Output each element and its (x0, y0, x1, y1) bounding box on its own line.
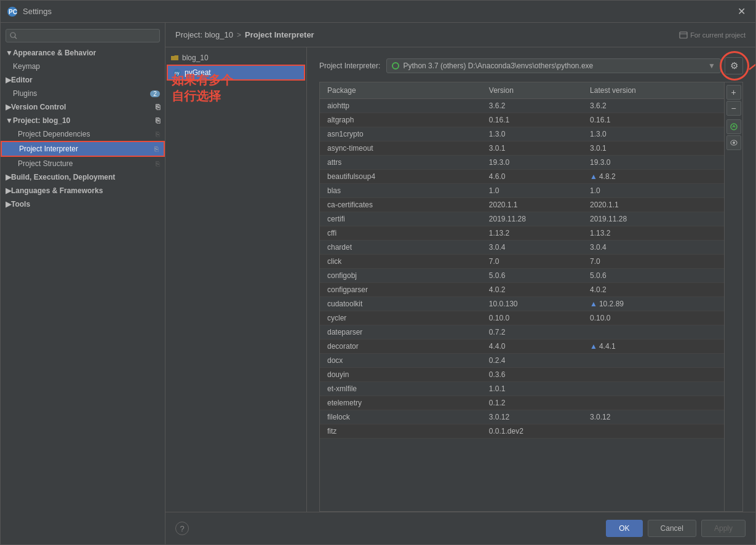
package-version: 4.4.0 (482, 340, 583, 354)
table-row[interactable]: dateparser0.7.2 (320, 325, 724, 340)
help-button[interactable]: ? (175, 522, 189, 535)
sidebar-item-project-blog10[interactable]: ▼ Project: blog_10 ⎘ (1, 114, 165, 127)
table-row[interactable]: cycler0.10.00.10.0 (320, 311, 724, 325)
table-row[interactable]: asn1crypto1.3.01.3.0 (320, 127, 724, 141)
cancel-button[interactable]: Cancel (648, 520, 696, 537)
sidebar-item-version-control[interactable]: ▶ Version Control ⎘ (1, 100, 165, 114)
sidebar-item-languages-frameworks[interactable]: ▶ Languages & Frameworks (1, 184, 165, 197)
package-version: 5.0.6 (482, 269, 583, 283)
table-row[interactable]: filelock3.0.123.0.12 (320, 410, 724, 424)
table-row[interactable]: attrs19.3.019.3.0 (320, 156, 724, 170)
apply-button[interactable]: Apply (701, 520, 746, 537)
sidebar-item-label: Project: blog_10 (13, 116, 70, 125)
package-table-scroll[interactable]: Package Version Latest version aiohttp3.… (320, 82, 724, 511)
table-row[interactable]: blas1.01.0 (320, 184, 724, 198)
tree-item-blog10[interactable]: blog_10 (165, 51, 306, 65)
table-row[interactable]: fitz0.0.1.dev2 (320, 424, 724, 439)
interpreter-dropdown[interactable]: Python 3.7 (others) D:\Anaconda3\envs\ot… (386, 58, 721, 73)
expand-arrow-icon: ▼ (6, 49, 13, 57)
table-row[interactable]: altgraph0.16.10.16.1 (320, 113, 724, 127)
package-version: 0.0.1.dev2 (482, 424, 583, 439)
package-version: 0.16.1 (482, 113, 583, 127)
upgrade-package-button[interactable] (726, 119, 741, 134)
package-name: chardet (320, 241, 482, 255)
interpreter-status-icon (392, 62, 399, 70)
table-row[interactable]: etelemetry0.1.2 (320, 396, 724, 410)
package-version: 1.13.2 (482, 226, 583, 241)
package-latest-version (583, 382, 724, 396)
package-name: aiohttp (320, 99, 482, 113)
table-row[interactable]: async-timeout3.0.13.0.1 (320, 141, 724, 156)
eye-icon (730, 140, 738, 146)
package-latest-version: 1.13.2 (583, 226, 724, 241)
for-current-project-text: For current project (690, 31, 746, 39)
col-latest: Latest version (583, 82, 724, 99)
table-row[interactable]: ca-certificates2020.1.12020.1.1 (320, 198, 724, 212)
package-latest-version: 3.0.1 (583, 141, 724, 156)
gear-button[interactable]: ⚙ (725, 57, 743, 74)
table-row[interactable]: decorator4.4.0▲4.4.1 (320, 340, 724, 354)
package-latest-version: 1.3.0 (583, 127, 724, 141)
package-name: ca-certificates (320, 198, 482, 212)
package-latest-version: 2019.11.28 (583, 212, 724, 226)
show-paths-button[interactable] (726, 135, 741, 150)
sidebar-search[interactable] (6, 29, 160, 42)
close-button[interactable]: ✕ (734, 4, 749, 18)
panel-content: Project Interpreter: Python 3.7 (others)… (307, 47, 755, 512)
package-name: configobj (320, 269, 482, 283)
sidebar-item-appearance[interactable]: ▼ Appearance & Behavior (1, 46, 165, 60)
sidebar-item-keymap[interactable]: Keymap (1, 60, 165, 73)
table-row[interactable]: beautifulsoup44.6.0▲4.8.2 (320, 170, 724, 184)
package-name: filelock (320, 410, 482, 424)
sidebar-item-label: Build, Execution, Deployment (11, 173, 115, 181)
sidebar-item-editor[interactable]: ▶ Editor (1, 73, 165, 87)
svg-line-3 (15, 37, 17, 39)
package-version: 3.6.2 (482, 99, 583, 113)
package-latest-version: 5.0.6 (583, 269, 724, 283)
package-version: 0.3.6 (482, 368, 583, 382)
package-latest-version: 3.0.4 (583, 241, 724, 255)
sidebar-item-project-dependencies[interactable]: Project Dependencies ⎘ (1, 127, 165, 141)
package-table-container: Package Version Latest version aiohttp3.… (319, 82, 743, 512)
sidebar-item-project-interpreter[interactable]: Project Interpreter ⎘ (1, 141, 165, 157)
bottom-bar: ? OK Cancel Apply (165, 512, 755, 544)
table-row[interactable]: configobj5.0.65.0.6 (320, 269, 724, 283)
package-latest-version (583, 368, 724, 382)
sidebar-item-label: Tools (11, 200, 30, 209)
package-version: 7.0 (482, 255, 583, 269)
folder-icon (170, 54, 179, 62)
remove-package-button[interactable]: − (726, 101, 741, 116)
sidebar-item-project-structure[interactable]: Project Structure ⎘ (1, 157, 165, 170)
package-latest-version: 0.16.1 (583, 113, 724, 127)
package-version: 3.0.4 (482, 241, 583, 255)
table-row[interactable]: cffi1.13.21.13.2 (320, 226, 724, 241)
add-package-button[interactable]: + (726, 85, 741, 100)
table-row[interactable]: cudatoolkit10.0.130▲10.2.89 (320, 297, 724, 311)
table-row[interactable]: configparser4.0.24.0.2 (320, 283, 724, 297)
upgrade-arrow-icon: ▲ (590, 300, 597, 308)
table-row[interactable]: aiohttp3.6.23.6.2 (320, 99, 724, 113)
sidebar-item-tools[interactable]: ▶ Tools (1, 197, 165, 211)
tree-item-pygreat[interactable]: py pyGreat (167, 65, 305, 81)
expand-arrow-icon: ▶ (6, 103, 11, 111)
search-input[interactable] (20, 31, 156, 40)
package-name: et-xmlfile (320, 382, 482, 396)
annotation-line2: 自行选择 (172, 88, 233, 104)
upgrade-arrow-icon: ▲ (590, 342, 597, 351)
table-row[interactable]: docx0.2.4 (320, 354, 724, 368)
sidebar-item-build-execution[interactable]: ▶ Build, Execution, Deployment (1, 170, 165, 184)
package-version: 19.3.0 (482, 156, 583, 170)
table-row[interactable]: douyin0.3.6 (320, 368, 724, 382)
interpreter-label: Project Interpreter: (319, 62, 380, 70)
sidebar-item-label: Languages & Frameworks (11, 186, 103, 195)
sidebar-item-label: Plugins (13, 89, 37, 98)
sidebar-item-plugins[interactable]: Plugins 2 (1, 87, 165, 100)
main-content: ▼ Appearance & Behavior Keymap ▶ Editor … (1, 23, 755, 544)
table-row[interactable]: et-xmlfile1.0.1 (320, 382, 724, 396)
expand-arrow-icon: ▶ (6, 186, 11, 195)
expand-arrow-icon: ▶ (6, 173, 11, 181)
ok-button[interactable]: OK (606, 520, 642, 537)
table-row[interactable]: certifi2019.11.282019.11.28 (320, 212, 724, 226)
table-row[interactable]: click7.07.0 (320, 255, 724, 269)
table-row[interactable]: chardet3.0.43.0.4 (320, 241, 724, 255)
